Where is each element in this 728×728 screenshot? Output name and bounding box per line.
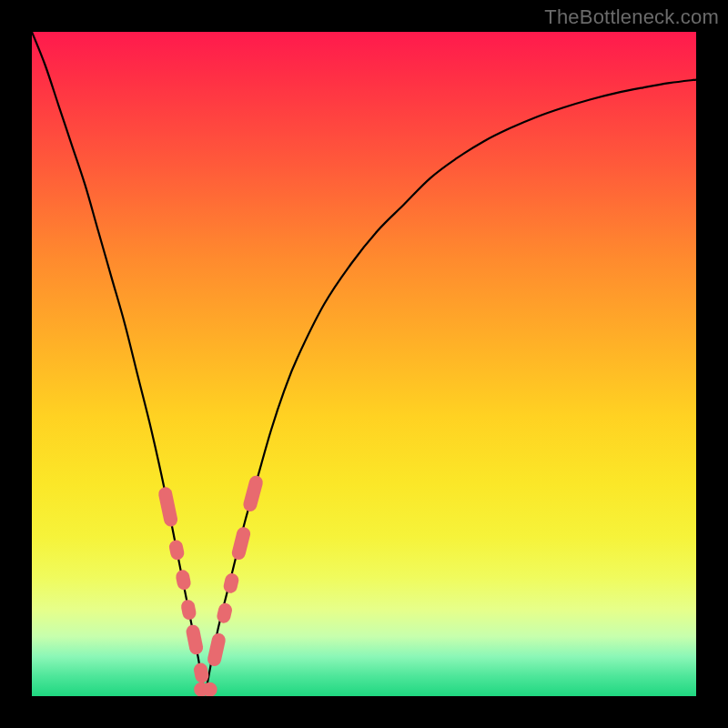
bead-markers <box>157 474 265 696</box>
bead-capsule <box>157 486 179 528</box>
bead-capsule <box>180 599 197 621</box>
bead-capsule <box>185 623 204 655</box>
bead-capsule <box>230 526 251 561</box>
bead-capsule <box>175 569 192 591</box>
bead-capsule <box>168 539 186 561</box>
bead-dot <box>203 682 217 696</box>
bead-capsule <box>242 474 265 513</box>
plot-area <box>32 32 696 696</box>
bead-capsule <box>222 572 240 595</box>
chart-frame: TheBottleneck.com <box>0 0 728 728</box>
bead-capsule <box>216 602 234 624</box>
bead-capsule <box>207 632 228 667</box>
bottleneck-curve <box>32 32 696 690</box>
watermark-text: TheBottleneck.com <box>544 5 719 29</box>
curve-svg <box>32 32 696 696</box>
